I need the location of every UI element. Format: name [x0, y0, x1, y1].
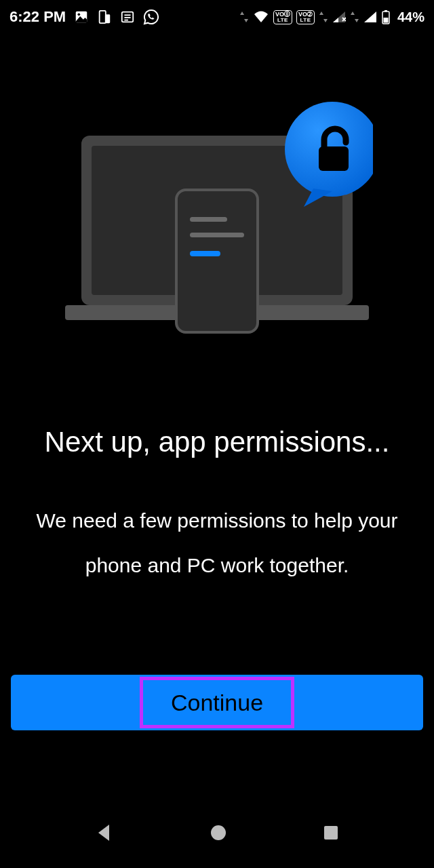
svg-rect-16 — [176, 190, 258, 332]
volte-1-icon: VO🄋LTE — [273, 10, 292, 24]
svg-rect-18 — [190, 233, 244, 237]
whatsapp-icon — [143, 9, 159, 25]
content-text: Next up, app permissions... We need a fe… — [27, 424, 407, 588]
battery-icon — [381, 9, 391, 24]
volte-2-icon: VO➁LTE — [296, 10, 315, 24]
battery-percent: 44% — [397, 9, 425, 25]
wifi-icon — [253, 10, 269, 24]
data-updown-icon-2 — [319, 11, 328, 23]
svg-rect-17 — [190, 217, 227, 222]
android-nav-bar — [0, 814, 434, 854]
device-icon — [97, 9, 112, 24]
news-icon — [120, 9, 135, 24]
status-left: 6:22 PM — [9, 8, 159, 26]
svg-rect-3 — [105, 14, 110, 23]
status-time: 6:22 PM — [9, 8, 66, 26]
nav-home-button[interactable] — [209, 823, 228, 845]
permissions-hero-illustration — [0, 95, 434, 339]
nav-recent-button[interactable] — [322, 824, 340, 844]
svg-rect-21 — [319, 146, 349, 171]
nav-back-button[interactable] — [94, 823, 115, 846]
svg-rect-19 — [190, 251, 220, 256]
status-bar: 6:22 PM VO🄋LTE VO➁LTE — [0, 0, 434, 34]
svg-rect-11 — [384, 10, 387, 12]
svg-rect-12 — [383, 18, 388, 23]
status-right: VO🄋LTE VO➁LTE 44% — [239, 9, 425, 25]
signal-1-icon — [332, 11, 346, 23]
svg-point-22 — [211, 825, 226, 840]
svg-rect-23 — [324, 826, 338, 840]
svg-point-1 — [78, 14, 81, 16]
signal-2-icon — [363, 11, 377, 23]
continue-button[interactable]: Continue — [11, 675, 423, 730]
page-subheading: We need a few permissions to help your p… — [27, 498, 407, 588]
svg-rect-2 — [100, 11, 106, 23]
data-updown-icon-1 — [239, 11, 249, 23]
page-heading: Next up, app permissions... — [27, 424, 407, 461]
data-updown-icon-3 — [350, 11, 359, 23]
gallery-icon — [74, 9, 89, 24]
continue-button-label: Continue — [171, 690, 263, 716]
